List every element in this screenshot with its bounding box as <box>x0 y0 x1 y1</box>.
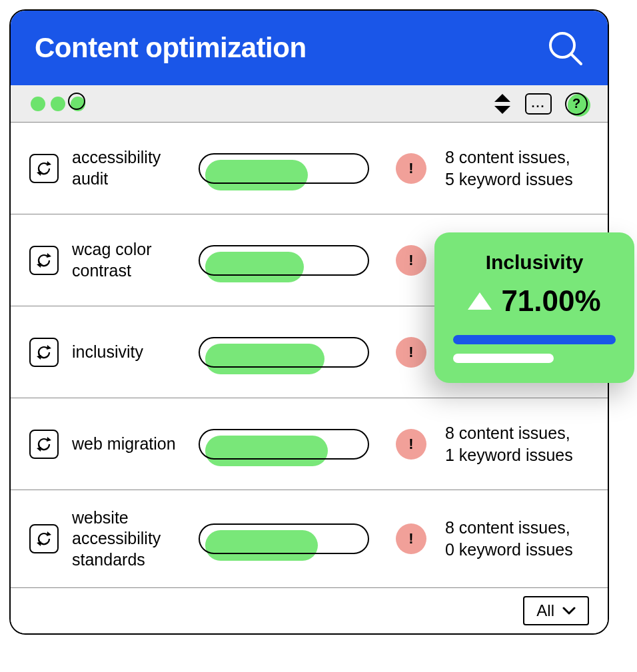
progress-outline <box>199 153 369 184</box>
refresh-icon[interactable] <box>29 246 59 275</box>
svg-marker-10 <box>47 437 51 442</box>
refresh-icon[interactable] <box>29 338 59 367</box>
dot-icon <box>31 97 45 111</box>
trend-up-icon <box>468 292 492 310</box>
progress-bar <box>199 245 369 276</box>
issues-text: 8 content issues, 1 keyword issues <box>445 422 573 466</box>
table-row[interactable]: website accessibility standards ! 8 cont… <box>11 490 608 588</box>
progress-outline <box>199 245 369 276</box>
dot-outlined-icon <box>71 97 85 111</box>
svg-marker-13 <box>37 541 41 546</box>
svg-marker-2 <box>494 94 510 102</box>
progress-outline <box>199 523 369 554</box>
issues-text: 8 content issues, 0 keyword issues <box>445 517 573 560</box>
progress-bar <box>199 429 369 460</box>
row-label: website accessibility standards <box>72 507 185 570</box>
filter-dropdown[interactable]: All <box>523 596 589 625</box>
svg-line-1 <box>571 54 581 64</box>
warning-icon[interactable]: ! <box>396 337 426 368</box>
progress-outline <box>199 337 369 368</box>
progress-outline <box>199 429 369 460</box>
progress-bar <box>199 337 369 368</box>
inclusivity-popup[interactable]: Inclusivity 71.00% <box>434 232 634 383</box>
table-row[interactable]: accessibility audit ! 8 content issues, … <box>11 123 608 214</box>
panel-header: Content optimization <box>11 11 608 85</box>
svg-marker-5 <box>37 171 41 176</box>
warning-icon[interactable]: ! <box>396 429 426 460</box>
popup-percent: 71.00% <box>501 284 600 318</box>
table-row[interactable]: web migration ! 8 content issues, 1 keyw… <box>11 398 608 490</box>
dot-icon <box>51 97 65 111</box>
svg-marker-4 <box>47 161 51 166</box>
progress-bar <box>199 153 369 184</box>
warning-icon[interactable]: ! <box>396 523 426 554</box>
progress-bar <box>199 523 369 554</box>
help-icon: ? <box>565 93 588 115</box>
popup-bar-primary <box>453 335 616 344</box>
svg-marker-3 <box>494 106 510 114</box>
popup-value-row: 71.00% <box>453 284 616 318</box>
popup-bar-secondary <box>453 354 554 363</box>
refresh-icon[interactable] <box>29 430 59 459</box>
more-menu-label: ... <box>531 97 545 111</box>
sort-icon[interactable] <box>493 94 512 114</box>
page-title: Content optimization <box>35 32 307 64</box>
refresh-icon[interactable] <box>29 154 59 183</box>
row-label: wcag color contrast <box>72 239 185 281</box>
svg-marker-12 <box>47 531 51 536</box>
row-label: inclusivity <box>72 342 185 362</box>
row-label: web migration <box>72 434 185 454</box>
warning-icon[interactable]: ! <box>396 153 426 184</box>
popup-title: Inclusivity <box>453 251 616 274</box>
status-dots <box>31 97 85 111</box>
panel-footer: All <box>11 588 608 633</box>
row-label: accessibility audit <box>72 147 185 189</box>
svg-marker-6 <box>47 253 51 258</box>
search-icon[interactable] <box>546 29 584 67</box>
svg-marker-7 <box>37 263 41 268</box>
refresh-icon[interactable] <box>29 524 59 553</box>
svg-marker-8 <box>47 345 51 350</box>
filter-label: All <box>536 601 554 620</box>
help-button[interactable]: ? <box>565 93 588 115</box>
svg-marker-9 <box>37 355 41 360</box>
chevron-down-icon <box>562 606 576 615</box>
toolbar-actions: ... ? <box>493 93 588 115</box>
more-menu-button[interactable]: ... <box>525 93 552 115</box>
warning-icon[interactable]: ! <box>396 245 426 276</box>
svg-marker-11 <box>37 447 41 452</box>
toolbar: ... ? <box>11 85 608 123</box>
issues-text: 8 content issues, 5 keyword issues <box>445 147 573 190</box>
